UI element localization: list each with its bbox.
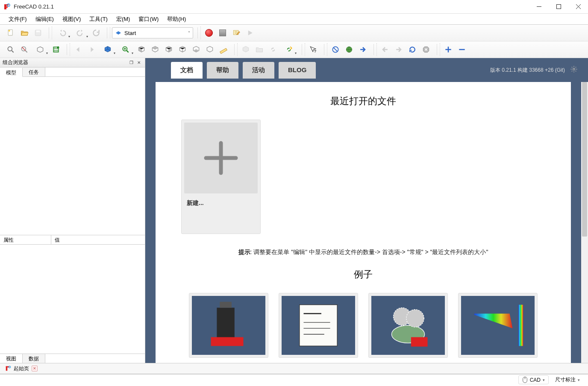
svg-point-34 (573, 68, 575, 70)
draw-style-button[interactable] (32, 43, 49, 56)
fit-selection-button[interactable] (18, 43, 31, 56)
menu-tools[interactable]: 工具(T) (85, 14, 112, 25)
property-body[interactable] (0, 245, 145, 354)
menu-windows[interactable]: 窗口(W) (134, 14, 163, 25)
document-tab-start[interactable]: 起始页 ✕ (2, 363, 41, 374)
svg-rect-48 (411, 337, 428, 347)
redo-button[interactable] (72, 26, 89, 39)
bounding-box-button[interactable] (50, 43, 62, 56)
undo-button[interactable] (54, 26, 71, 39)
view-bottom-button[interactable] (190, 43, 203, 56)
view-top-button[interactable] (149, 43, 162, 56)
combo-view-title: 组合浏览器 (3, 59, 28, 66)
web-prev-button[interactable] (379, 43, 391, 56)
macro-record-button[interactable] (203, 26, 215, 39)
web-fwd-button[interactable] (392, 43, 405, 56)
menu-file[interactable]: 文件(F) (4, 14, 31, 25)
web-next-button[interactable] (356, 43, 369, 56)
document-tab-close[interactable]: ✕ (32, 366, 38, 371)
svg-rect-49 (518, 305, 523, 346)
isometric-button[interactable] (99, 43, 116, 56)
save-file-button[interactable] (32, 26, 44, 39)
start-page-body: 最近打开的文件 新建... 提示: 调整要在菜单 "编辑" 中显示的最近文件的数… (156, 82, 571, 363)
svg-line-22 (127, 51, 129, 53)
svg-rect-11 (36, 30, 40, 32)
zoom-in-button[interactable] (442, 43, 455, 56)
new-file-button[interactable] (4, 26, 17, 39)
example-card-3[interactable] (368, 293, 448, 358)
svg-marker-18 (37, 47, 43, 52)
examples-heading: 例子 (181, 268, 545, 281)
macro-stop-button[interactable] (216, 26, 229, 39)
start-tab-activity[interactable]: 活动 (243, 62, 274, 79)
maximize-button[interactable] (549, 0, 568, 14)
start-settings-button[interactable] (570, 65, 578, 75)
start-tab-blog[interactable]: BLOG (279, 62, 316, 79)
view-rear-button[interactable] (176, 43, 189, 56)
measure-button[interactable] (217, 43, 230, 56)
example-card-1[interactable] (189, 293, 268, 358)
svg-rect-25 (220, 48, 227, 54)
example-card-2[interactable] (279, 293, 358, 358)
panel-undock-button[interactable]: ❐ (128, 59, 135, 66)
example-card-4[interactable] (458, 293, 538, 358)
combo-tab-task[interactable]: 任务 (23, 67, 45, 76)
combo-view-panel: 组合浏览器 ❐ ✕ 模型 任务 属性 值 视图 数据 (0, 58, 145, 363)
web-cancel-button[interactable] (420, 43, 432, 56)
refresh-button[interactable] (90, 26, 103, 39)
viewport: 文档 帮助 活动 BLOG 版本 0.21.1 构建 33668 +26 (Gi… (145, 58, 588, 363)
panel-close-button[interactable]: ✕ (135, 59, 142, 66)
nav-back-button[interactable] (72, 43, 85, 56)
new-document-card[interactable]: 新建... (181, 120, 261, 234)
property-col-val: 值 (51, 235, 63, 244)
menu-help[interactable]: 帮助(H) (163, 14, 190, 25)
title-bar: FreeCAD 0.21.1 (0, 0, 588, 14)
close-button[interactable] (568, 0, 588, 14)
web-home-button[interactable] (343, 43, 356, 56)
start-tab-documents[interactable]: 文档 (171, 62, 203, 79)
toolbar-view: ? (0, 41, 588, 58)
recent-files-heading: 最近打开的文件 (181, 95, 545, 108)
workbench-selected-label: Start (124, 30, 136, 36)
status-bar: CAD ▾ 尺寸标注 ▾ (0, 374, 588, 385)
svg-point-13 (8, 47, 12, 51)
make-group-button[interactable] (253, 43, 266, 56)
combo-tab-model[interactable]: 模型 (0, 68, 23, 77)
prop-tab-view[interactable]: 视图 (0, 354, 23, 363)
prop-tab-data[interactable]: 数据 (23, 354, 45, 363)
make-part-button[interactable] (239, 43, 252, 56)
svg-rect-1 (4, 4, 9, 6)
view-right-button[interactable] (162, 43, 175, 56)
zoom-button[interactable] (117, 43, 134, 56)
menu-macro[interactable]: 宏(M) (112, 14, 135, 25)
model-tree[interactable] (0, 77, 145, 235)
zoom-out-button[interactable] (456, 43, 468, 56)
vertical-scrollbar[interactable] (581, 82, 588, 363)
web-stop-button[interactable] (329, 43, 342, 56)
view-front-button[interactable] (135, 43, 148, 56)
macro-edit-button[interactable] (230, 26, 243, 39)
whats-this-button[interactable]: ? (307, 43, 320, 56)
workbench-selector[interactable]: Start ˅ (112, 27, 193, 38)
nav-forward-button[interactable] (85, 43, 98, 56)
svg-rect-5 (556, 5, 561, 9)
web-reload-button[interactable] (406, 43, 419, 56)
macro-play-button[interactable] (244, 26, 256, 39)
menu-edit[interactable]: 编辑(E) (31, 14, 58, 25)
property-header: 属性 值 (0, 235, 145, 245)
open-file-button[interactable] (18, 26, 31, 39)
menu-view[interactable]: 视图(V) (58, 14, 85, 25)
minimize-button[interactable] (529, 0, 549, 14)
start-tab-help[interactable]: 帮助 (207, 62, 238, 79)
view-left-button[interactable] (203, 43, 216, 56)
svg-text:?: ? (314, 49, 317, 53)
window-title: FreeCAD 0.21.1 (14, 3, 529, 10)
document-tab-label: 起始页 (14, 365, 29, 372)
link-actions-button[interactable] (280, 43, 297, 56)
dimension-selector[interactable]: 尺寸标注 ▾ (551, 375, 584, 385)
link-make-button[interactable] (267, 43, 279, 56)
svg-rect-40 (300, 305, 337, 346)
freecad-icon (5, 366, 11, 371)
nav-style-selector[interactable]: CAD ▾ (518, 375, 549, 384)
fit-all-button[interactable] (4, 43, 17, 56)
